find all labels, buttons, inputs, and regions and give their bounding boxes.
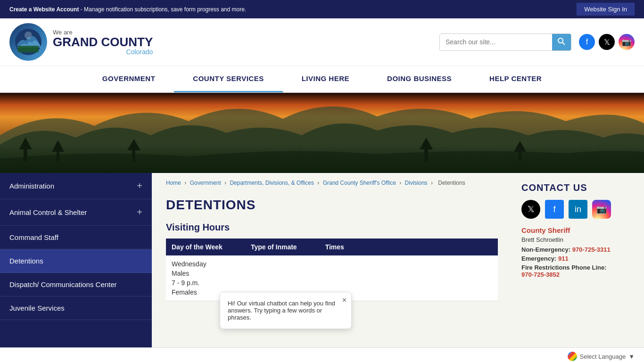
row1-time: 7 - 9 p.m.: [172, 278, 492, 288]
breadcrumb-sheriff[interactable]: Grand County Sheriff's Office: [323, 180, 396, 186]
sidebar-item-administration[interactable]: Administration +: [0, 173, 152, 199]
google-icon: [568, 352, 577, 361]
svg-point-3: [558, 38, 563, 43]
breadcrumb-government[interactable]: Government: [190, 180, 221, 186]
search-input[interactable]: [440, 34, 552, 49]
grand-county-label: GRAND COUNTY: [53, 36, 153, 48]
sidebar-plus-animal: +: [137, 207, 142, 218]
sheriff-name: Brett Schroetlin: [521, 236, 635, 243]
sidebar-item-command-staff[interactable]: Command Staff: [0, 226, 152, 249]
row1-type: Males: [172, 269, 492, 278]
twitter-icon[interactable]: 𝕏: [599, 34, 615, 50]
topbar-description: - Manage notification subscriptions, sav…: [81, 6, 247, 13]
search-box[interactable]: [439, 33, 571, 51]
logo-text: We are GRAND COUNTY Colorado: [53, 29, 153, 56]
colorado-label: Colorado: [53, 48, 153, 56]
search-icon: [558, 38, 565, 45]
emergency-number: 911: [558, 255, 569, 262]
google-translate[interactable]: Select Language ▼: [568, 352, 635, 361]
svg-rect-10: [132, 148, 135, 161]
bottom-bar: Select Language ▼: [0, 347, 644, 362]
row1-day: Wednesday: [172, 259, 492, 269]
emergency-phone: Emergency: 911: [521, 255, 635, 262]
svg-rect-14: [519, 149, 521, 161]
website-signin-button[interactable]: Website Sign In: [577, 3, 635, 16]
create-account-label[interactable]: Create a Website Account: [9, 6, 79, 13]
contact-social-icons: 𝕏 f in 📷: [521, 200, 635, 219]
select-language-label[interactable]: Select Language: [580, 353, 626, 360]
search-button[interactable]: [552, 34, 571, 50]
breadcrumb-sep-3: ›: [317, 180, 321, 186]
sidebar-item-detentions[interactable]: Detentions: [0, 249, 152, 273]
svg-rect-12: [424, 147, 428, 161]
svg-line-4: [562, 42, 565, 45]
sidebar-item-animal-control[interactable]: Animal Control & Shelter +: [0, 199, 152, 226]
non-emergency-phone: Non-Emergency: 970-725-3311: [521, 246, 635, 253]
svg-rect-1: [18, 46, 39, 52]
hero-image: [0, 93, 644, 173]
table-header: Day of the Week Type of Inmate Times: [166, 239, 498, 255]
main-nav: GOVERNMENT COUNTY SERVICES LIVING HERE D…: [0, 66, 644, 93]
page-title: DETENTIONS: [166, 197, 498, 213]
col-type: Type of Inmate: [251, 243, 297, 251]
chatbot-popup: × Hi! Our virtual chatbot can help you f…: [220, 292, 352, 329]
fire-number[interactable]: 970-725-3852: [521, 271, 560, 278]
breadcrumb-home[interactable]: Home: [166, 180, 181, 186]
contact-us-title: CONTACT US: [521, 182, 635, 193]
sidebar-item-juvenile[interactable]: Juvenile Services: [0, 296, 152, 320]
breadcrumb-divisions[interactable]: Divisions: [405, 180, 428, 186]
breadcrumb: Home › Government › Departments, Divisio…: [152, 173, 512, 193]
sidebar-plus-administration: +: [137, 181, 142, 191]
hero-svg: [0, 93, 644, 173]
chatbot-close-button[interactable]: ×: [342, 296, 347, 304]
contact-facebook-icon[interactable]: f: [545, 200, 564, 219]
breadcrumb-sep-1: ›: [184, 180, 188, 186]
social-icons: f 𝕏 📷: [579, 34, 635, 50]
breadcrumb-sep-5: ›: [431, 180, 434, 186]
nav-county-services[interactable]: COUNTY SERVICES: [174, 66, 282, 92]
svg-rect-8: [57, 149, 59, 161]
svg-point-2: [25, 32, 32, 39]
visiting-hours-title: Visiting Hours: [166, 222, 498, 233]
header-right: f 𝕏 📷: [439, 33, 635, 51]
top-bar: Create a Website Account - Manage notifi…: [0, 0, 644, 18]
sheriff-title: County Sheriff: [521, 226, 635, 234]
chatbot-message: Hi! Our virtual chatbot can help you fin…: [228, 300, 344, 321]
logo[interactable]: We are GRAND COUNTY Colorado: [9, 23, 153, 61]
emergency-label: Emergency:: [521, 255, 556, 262]
nav-living-here[interactable]: LIVING HERE: [283, 66, 368, 92]
contact-instagram-icon[interactable]: 📷: [592, 200, 611, 219]
breadcrumb-sep-4: ›: [399, 180, 403, 186]
breadcrumb-departments[interactable]: Departments, Divisions, & Offices: [230, 180, 314, 186]
breadcrumb-sep-2: ›: [224, 180, 228, 186]
create-account-banner: Create a Website Account - Manage notifi…: [9, 6, 246, 13]
facebook-icon[interactable]: f: [579, 34, 595, 50]
non-emergency-label: Non-Emergency:: [521, 246, 570, 253]
breadcrumb-current: Detentions: [438, 180, 465, 186]
fire-phone: Fire Restrictions Phone Line:970-725-385…: [521, 264, 635, 278]
non-emergency-number[interactable]: 970-725-3311: [572, 246, 611, 253]
fire-label: Fire Restrictions Phone Line:: [521, 264, 607, 271]
svg-rect-6: [24, 147, 27, 161]
logo-circle: [9, 23, 47, 61]
contact-linkedin-icon[interactable]: in: [569, 200, 587, 219]
sidebar: Administration + Animal Control & Shelte…: [0, 173, 152, 347]
sidebar-item-dispatch[interactable]: Dispatch/ Communications Center: [0, 273, 152, 296]
logo-svg: [14, 28, 42, 56]
nav-help-center[interactable]: HELP CENTER: [471, 66, 561, 92]
header: We are GRAND COUNTY Colorado f 𝕏 📷: [0, 18, 644, 66]
col-times: Times: [325, 243, 344, 251]
col-day: Day of the Week: [172, 243, 223, 251]
dropdown-arrow-icon: ▼: [628, 353, 635, 360]
nav-government[interactable]: GOVERNMENT: [83, 66, 174, 92]
instagram-icon[interactable]: 📷: [619, 34, 635, 50]
contact-twitter-icon[interactable]: 𝕏: [521, 200, 540, 219]
nav-doing-business[interactable]: DOING BUSINESS: [368, 66, 471, 92]
right-sidebar: CONTACT US 𝕏 f in 📷 County Sheriff Brett…: [512, 173, 644, 347]
